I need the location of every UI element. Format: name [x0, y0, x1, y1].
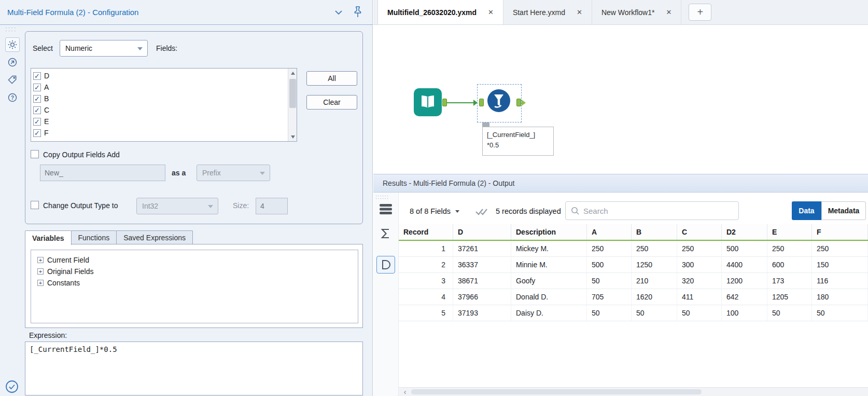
check-circle-icon[interactable]	[5, 380, 19, 393]
cell-a[interactable]: 50	[587, 273, 632, 289]
column-header[interactable]: A	[587, 224, 632, 240]
cell-f[interactable]: 150	[812, 257, 868, 272]
cell-d[interactable]: 37193	[453, 305, 511, 321]
cell-e[interactable]: 173	[767, 273, 812, 289]
cell-d2[interactable]: 100	[722, 305, 767, 321]
results-grip[interactable]: ············	[375, 195, 389, 200]
workflow-tab-start-here[interactable]: Start Here.yxmd ✕	[503, 0, 592, 24]
cell-f[interactable]: 50	[812, 305, 868, 321]
cell-d2[interactable]: 642	[722, 289, 767, 305]
field-checkbox[interactable]: ✓	[33, 129, 41, 137]
search-input[interactable]	[583, 207, 733, 215]
tree-item[interactable]: + Constants	[37, 277, 358, 289]
expand-icon[interactable]: +	[37, 268, 44, 275]
tab-saved-expressions[interactable]: Saved Expressions	[116, 230, 193, 244]
change-type-checkbox[interactable]	[31, 201, 39, 209]
cell-description[interactable]: Donald D.	[511, 289, 587, 305]
cell-d2[interactable]: 1200	[722, 273, 767, 289]
table-row[interactable]: 3 38671 Goofy 50 210 320 1200 173 116	[399, 273, 868, 289]
column-header[interactable]: B	[632, 224, 677, 240]
table-view-icon[interactable]	[379, 203, 393, 215]
cell-f[interactable]: 250	[812, 241, 868, 256]
field-checkbox[interactable]: ✓	[33, 106, 41, 114]
table-row[interactable]: 5 37193 Daisy D. 50 50 50 100 50 50	[399, 305, 868, 321]
workflow-tab-multifield[interactable]: Multifield_26032020.yxmd ✕	[377, 0, 503, 24]
field-row[interactable]: ✓ A	[33, 81, 297, 93]
cell-record[interactable]: 3	[399, 273, 453, 289]
column-header[interactable]: Description	[511, 224, 587, 240]
connection-line[interactable]	[447, 102, 477, 103]
scroll-up-icon[interactable]	[288, 69, 297, 77]
workflow-canvas[interactable]	[373, 25, 868, 174]
cell-description[interactable]: Goofy	[511, 273, 587, 289]
multi-field-formula-tool[interactable]	[484, 86, 513, 115]
output-anchor[interactable]	[442, 99, 447, 106]
cell-record[interactable]: 4	[399, 289, 453, 305]
close-icon[interactable]: ✕	[666, 8, 671, 16]
cell-record[interactable]: 5	[399, 305, 453, 321]
table-row[interactable]: 1 37261 Mickey M. 250 250 250 500 250 25…	[399, 241, 868, 257]
cell-b[interactable]: 210	[632, 273, 677, 289]
cell-f[interactable]: 116	[812, 273, 868, 289]
cell-e[interactable]: 600	[767, 257, 812, 272]
scroll-down-icon[interactable]	[288, 132, 297, 141]
table-row[interactable]: 2 36337 Minnie M. 500 1250 300 4400 600 …	[399, 257, 868, 273]
cell-c[interactable]: 50	[677, 305, 722, 321]
field-row[interactable]: ✓ B	[33, 93, 297, 104]
settings-icon[interactable]	[5, 37, 20, 52]
new-workflow-button[interactable]: +	[689, 4, 711, 21]
cell-d[interactable]: 36337	[453, 257, 511, 272]
copy-output-checkbox[interactable]	[31, 150, 39, 158]
sum-view-icon[interactable]	[379, 227, 391, 240]
cell-record[interactable]: 1	[399, 241, 453, 256]
tab-functions[interactable]: Functions	[71, 230, 117, 244]
field-row[interactable]: ✓ C	[33, 104, 297, 116]
cell-d2[interactable]: 500	[722, 241, 767, 256]
cell-a[interactable]: 500	[587, 257, 632, 272]
scroll-left-icon[interactable]: ‹	[401, 388, 409, 396]
expression-input[interactable]: [_CurrentField_]*0.5	[25, 342, 362, 395]
cell-description[interactable]: Minnie M.	[511, 257, 587, 272]
help-icon[interactable]: ?	[5, 90, 20, 105]
cell-b[interactable]: 250	[632, 241, 677, 256]
clear-button[interactable]: Clear	[306, 95, 357, 110]
collapse-chevron-icon[interactable]	[334, 9, 343, 16]
tool-annotation[interactable]: [_CurrentField_] *0.5	[482, 127, 554, 156]
cell-b[interactable]: 1620	[632, 289, 677, 305]
list-scrollbar[interactable]	[288, 69, 297, 141]
field-checkbox[interactable]: ✓	[33, 118, 41, 126]
table-row[interactable]: 4 37966 Donald D. 705 1620 411 642 1205 …	[399, 289, 868, 305]
field-type-select[interactable]: Numeric	[60, 40, 148, 57]
field-checkbox[interactable]: ✓	[33, 72, 41, 80]
cell-e[interactable]: 1205	[767, 289, 812, 305]
annotation-handle[interactable]	[482, 122, 489, 127]
all-button[interactable]: All	[306, 71, 357, 86]
cell-d[interactable]: 37261	[453, 241, 511, 256]
close-icon[interactable]: ✕	[488, 8, 494, 16]
cell-a[interactable]: 250	[587, 241, 632, 256]
column-header[interactable]: D	[453, 224, 511, 240]
horizontal-scrollbar[interactable]: ‹	[399, 387, 868, 396]
cell-a[interactable]: 50	[587, 305, 632, 321]
workflow-tab-new-workflow[interactable]: New Workflow1* ✕	[592, 0, 681, 24]
column-header[interactable]: F	[812, 224, 868, 240]
cell-description[interactable]: Daisy D.	[511, 305, 587, 321]
tag-icon[interactable]	[5, 73, 20, 87]
cell-d2[interactable]: 4400	[722, 257, 767, 272]
cell-c[interactable]: 300	[677, 257, 722, 272]
data-tab[interactable]: Data	[792, 201, 821, 220]
scrollbar-thumb[interactable]	[411, 389, 702, 394]
input-data-tool[interactable]	[414, 88, 442, 116]
field-row[interactable]: ✓ D	[33, 70, 297, 81]
cell-c[interactable]: 250	[677, 241, 722, 256]
column-header[interactable]: D2	[722, 224, 767, 240]
column-header[interactable]: C	[677, 224, 722, 240]
close-icon[interactable]: ✕	[577, 8, 582, 16]
cell-f[interactable]: 180	[812, 289, 868, 305]
navigation-icon[interactable]	[5, 55, 20, 70]
metadata-tab[interactable]: Metadata	[821, 201, 866, 220]
tree-item[interactable]: + Original Fields	[37, 266, 358, 277]
checkmark-icon[interactable]	[475, 206, 488, 216]
cell-b[interactable]: 50	[632, 305, 677, 321]
cell-a[interactable]: 705	[587, 289, 632, 305]
